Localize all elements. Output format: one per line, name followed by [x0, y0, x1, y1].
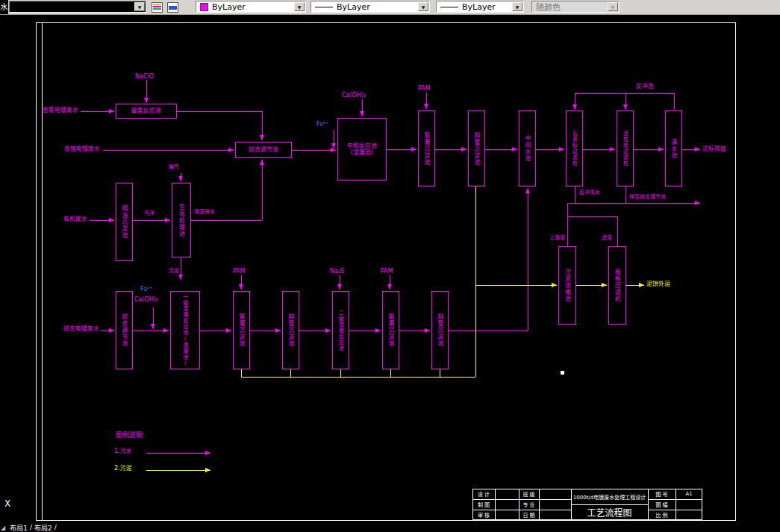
arrow-head — [239, 284, 243, 290]
linetype-combo[interactable]: ByLayer ▼ — [311, 1, 430, 13]
plotstyle-combo-arrow-icon: ▼ — [608, 2, 618, 11]
flow-line — [340, 369, 341, 377]
arrow-head — [525, 188, 530, 193]
process-unit-label: 中和反应池 (混凝池) — [347, 143, 377, 156]
process-unit-b7: 石英砂过滤柱 — [566, 110, 583, 187]
process-unit-n4: 斜管沉淀池 — [282, 291, 299, 369]
titleblock-cell — [495, 510, 519, 520]
diagram-label: PAM — [418, 86, 431, 92]
process-unit-label: 综合调节池 — [121, 313, 128, 347]
titleblock-cell — [539, 510, 571, 520]
flow-line — [617, 216, 618, 246]
flow-line — [449, 331, 528, 331]
arrow-head — [572, 104, 577, 110]
diagram-label: 排至综合调节池 — [629, 195, 666, 200]
diagram-label: 含氰电镀废水 — [43, 107, 78, 113]
process-unit-b5: 斜管沉淀池 — [468, 110, 485, 187]
flow-line — [146, 470, 210, 471]
lineweight-combo[interactable]: ByLayer ▼ — [436, 1, 524, 13]
diagram-label: Ca(OH)₂ — [134, 297, 158, 303]
process-unit-label: 中间水池 — [524, 135, 531, 162]
flow-line — [567, 203, 568, 216]
titleblock-cell — [676, 510, 702, 520]
drawing-canvas[interactable]: X 破氰反应池综合调节池中和反应池 (混凝池)絮凝沉淀池斜管沉淀池中间水池石英砂… — [0, 0, 780, 532]
diagram-label: Na₂S — [330, 269, 344, 275]
linetype-combo-arrow-icon[interactable]: ▼ — [418, 2, 428, 11]
drawing-frame-inner-line — [42, 22, 43, 520]
arrow-head — [610, 147, 615, 151]
titleblock-cell-project: 1000t/d电镀废水处理工程设计 — [571, 489, 648, 504]
titleblock-cell-title: 工艺流程图 — [571, 504, 648, 520]
lineweight-combo-arrow-icon[interactable]: ▼ — [512, 2, 522, 11]
process-unit-n3: 絮凝沉淀池 — [233, 291, 250, 369]
diagram-label: 气浮 — [144, 211, 155, 216]
arrow-head — [325, 328, 331, 333]
layer-states-icon[interactable] — [166, 1, 179, 13]
plotstyle-combo: 随颜色 ▼ — [531, 1, 620, 13]
linetype-sample-icon — [315, 7, 333, 7]
flow-line — [475, 285, 557, 286]
tab-separator: / — [30, 524, 32, 531]
diagram-label: 清液排水 — [194, 210, 215, 215]
process-unit-b6: 中间水池 — [519, 110, 536, 187]
arrow-head — [109, 218, 114, 222]
toolbar-corner-label: 水 — [0, 0, 8, 14]
process-unit-label: 斜管沉淀池 — [437, 313, 443, 347]
process-unit-label: 石英砂过滤柱 — [571, 131, 577, 166]
diagram-label: 达标排放 — [702, 146, 726, 152]
arrow-head — [375, 328, 381, 333]
flow-line — [241, 377, 475, 378]
process-unit-m1: 隔油沉淀池 — [116, 183, 133, 261]
titleblock-cell: A1 — [676, 489, 702, 499]
flow-line — [191, 220, 262, 221]
tab-separator: / — [54, 524, 57, 531]
diagram-label: 有机废水 — [63, 216, 87, 222]
flow-line — [674, 93, 675, 110]
diagram-label: PAM — [233, 269, 246, 275]
arrow-head — [260, 135, 264, 140]
flow-line — [567, 216, 568, 246]
layer-combo-arrow-icon[interactable]: ▼ — [134, 2, 145, 11]
tab-layout2[interactable]: 布局2 — [34, 523, 52, 532]
arrow-head — [512, 147, 517, 151]
layer-combo[interactable]: ▼ — [9, 1, 146, 13]
process-unit-label: 一级混凝反应池(混凝池) — [182, 294, 188, 367]
process-unit-n6: 絮凝沉淀池 — [382, 291, 399, 369]
color-combo-arrow-icon[interactable]: ▼ — [294, 2, 305, 11]
process-unit-b1: 破氰反应池 — [116, 104, 177, 119]
titleblock-cell: 专 业 — [519, 499, 539, 510]
diagram-label: 曝气 — [169, 165, 179, 170]
arrow-head — [260, 160, 264, 165]
arrow-head — [178, 275, 183, 280]
arrow-head — [163, 328, 169, 333]
titleblock-cell: 图 号 — [648, 489, 676, 499]
grip-point[interactable] — [561, 371, 564, 375]
titleblock-cell: 制 图 — [472, 499, 495, 510]
flow-line — [528, 188, 528, 331]
diagram-label: Ca(OH)₂ — [342, 93, 366, 98]
diagram-label: 上清液 — [549, 236, 565, 241]
flow-line — [177, 111, 262, 112]
flow-line — [241, 369, 242, 377]
diagram-label: 反冲洗 — [636, 84, 654, 90]
arrow-head — [109, 109, 114, 113]
layout-tab-bar: ◢ 布局1 / 布局2 / — [0, 523, 780, 532]
tab-corner-icon: ◢ — [1, 525, 5, 531]
layer-properties-icon[interactable] — [150, 1, 163, 13]
arrow-head — [658, 147, 664, 151]
flow-line — [575, 93, 674, 94]
flow-line — [103, 150, 234, 151]
arrow-head — [695, 147, 700, 151]
process-unit-label: 综合调节池 — [249, 146, 278, 153]
process-unit-n2: 一级混凝反应池(混凝池) — [170, 291, 200, 369]
arrow-head — [424, 104, 428, 109]
diagram-label: 泥饼外运 — [646, 281, 670, 287]
process-unit-m2: 生化处理池 — [172, 183, 191, 257]
tab-layout1[interactable]: 布局1 — [10, 523, 28, 532]
process-unit-label: 絮凝沉淀池 — [238, 313, 245, 347]
flow-line — [390, 369, 391, 377]
flow-line — [475, 187, 476, 377]
arrow-head — [275, 328, 281, 333]
color-combo[interactable]: ByLayer ▼ — [196, 1, 306, 13]
flow-line — [440, 369, 440, 377]
